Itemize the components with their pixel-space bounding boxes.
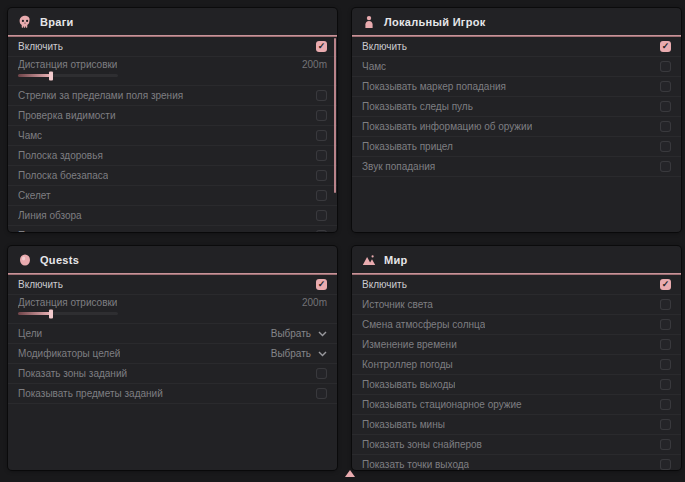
setting-row: Показывать следы пуль [352, 97, 681, 117]
setting-label: Включить [18, 41, 63, 52]
setting-row: Показать зоны заданий [8, 364, 337, 384]
mountain-icon [362, 253, 376, 267]
scrollbar[interactable] [334, 38, 336, 193]
panel-local-player: Локальный Игрок Включить✓ЧамсПоказывать … [352, 8, 681, 232]
checkbox[interactable] [660, 419, 671, 430]
panel-header[interactable]: Враги [8, 8, 337, 35]
slider-value: 200m [302, 59, 327, 70]
checkbox[interactable] [660, 121, 671, 132]
checkbox[interactable]: ✓ [316, 41, 327, 52]
checkbox[interactable] [316, 130, 327, 141]
setting-label: Модификаторы целей [18, 348, 120, 359]
slider-handle[interactable] [49, 71, 53, 80]
setting-row: Чамс [352, 57, 681, 77]
setting-row: Линия обзора [8, 206, 337, 226]
panel-header[interactable]: Quests [8, 246, 337, 273]
checkbox[interactable] [316, 230, 327, 232]
setting-row: Источник света [352, 295, 681, 315]
slider-fill [18, 312, 51, 315]
checkbox[interactable] [316, 150, 327, 161]
slider-row-header: Дистанция отрисовки200m [18, 297, 327, 308]
setting-row: Показывать предметы заданий [8, 384, 337, 404]
dropdown-value: Выбрать [271, 348, 311, 359]
slider-row-header: Дистанция отрисовки200m [18, 59, 327, 70]
checkbox[interactable]: ✓ [316, 279, 327, 290]
setting-label: Смена атмосферы солнца [362, 319, 485, 330]
setting-label: Показывать следы пуль [18, 230, 129, 232]
setting-row: Показывать выходы [352, 375, 681, 395]
setting-row: Показывать стационарное оружие [352, 395, 681, 415]
setting-label: Показывать прицел [362, 141, 453, 152]
setting-row: Показать зоны снайперов [352, 435, 681, 455]
setting-label: Контроллер погоды [362, 359, 453, 370]
setting-row: Смена атмосферы солнца [352, 315, 681, 335]
checkbox[interactable] [660, 399, 671, 410]
checkbox[interactable] [660, 299, 671, 310]
setting-row: Показывать информацию об оружии [352, 117, 681, 137]
setting-row: Включить✓ [352, 37, 681, 57]
panel-title: Локальный Игрок [384, 16, 486, 28]
panel-header[interactable]: Локальный Игрок [352, 8, 681, 35]
slider[interactable] [18, 312, 118, 315]
setting-label: Источник света [362, 299, 433, 310]
settings-list: Включить✓Дистанция отрисовки200mСтрелки … [8, 37, 337, 232]
setting-label: Включить [18, 279, 63, 290]
setting-label: Включить [362, 279, 407, 290]
setting-row: Скелет [8, 186, 337, 206]
resize-handle[interactable] [345, 470, 355, 477]
dropdown-value: Выбрать [271, 328, 311, 339]
checkbox[interactable] [660, 339, 671, 350]
slider-handle[interactable] [49, 309, 53, 318]
setting-label: Показывать мины [362, 419, 445, 430]
setting-row: Дистанция отрисовки200m [8, 295, 337, 324]
checkbox[interactable]: ✓ [660, 279, 671, 290]
checkbox[interactable] [660, 161, 671, 172]
setting-label: Стрелки за пределами поля зрения [18, 90, 183, 101]
settings-list: Включить✓ЧамсПоказывать маркер попадания… [352, 37, 681, 177]
checkbox[interactable] [660, 141, 671, 152]
setting-label: Чамс [18, 130, 42, 141]
checkbox[interactable] [316, 190, 327, 201]
slider-value: 200m [302, 297, 327, 308]
setting-row: Показывать прицел [352, 137, 681, 157]
panel-header[interactable]: Мир [352, 246, 681, 273]
slider[interactable] [18, 74, 118, 77]
setting-label: Показывать стационарное оружие [362, 399, 522, 410]
setting-label: Показывать следы пуль [362, 101, 473, 112]
checkbox[interactable]: ✓ [660, 41, 671, 52]
settings-grid: Враги Включить✓Дистанция отрисовки200mСт… [8, 8, 681, 470]
checkbox[interactable] [316, 90, 327, 101]
circle-icon [18, 253, 32, 267]
checkbox[interactable] [660, 459, 671, 470]
setting-row: Включить✓ [8, 37, 337, 57]
setting-row: Звук попадания [352, 157, 681, 177]
checkbox[interactable] [660, 101, 671, 112]
checkbox[interactable] [316, 388, 327, 399]
checkbox[interactable] [660, 359, 671, 370]
checkbox[interactable] [660, 319, 671, 330]
skull-icon [18, 15, 32, 29]
checkbox[interactable] [316, 368, 327, 379]
setting-row: Показывать маркер попадания [352, 77, 681, 97]
setting-row: Показывать мины [352, 415, 681, 435]
setting-row: Полоска здоровья [8, 146, 337, 166]
setting-label: Показывать выходы [362, 379, 455, 390]
setting-label: Скелет [18, 190, 51, 201]
dropdown[interactable]: Выбрать [271, 348, 327, 359]
setting-row: Чамс [8, 126, 337, 146]
panel-quests: Quests Включить✓Дистанция отрисовки200mЦ… [8, 246, 337, 470]
checkbox[interactable] [316, 170, 327, 181]
checkbox[interactable] [316, 110, 327, 121]
setting-row: Модификаторы целейВыбрать [8, 344, 337, 364]
setting-row: Проверка видимости [8, 106, 337, 126]
dropdown[interactable]: Выбрать [271, 328, 327, 339]
checkbox[interactable] [660, 81, 671, 92]
checkbox[interactable] [316, 210, 327, 221]
mod-menu: Враги Включить✓Дистанция отрисовки200mСт… [0, 0, 685, 482]
setting-label: Чамс [362, 61, 386, 72]
checkbox[interactable] [660, 439, 671, 450]
checkbox[interactable] [660, 61, 671, 72]
chevron-down-icon [318, 331, 327, 337]
checkbox[interactable] [660, 379, 671, 390]
panel-world: Мир Включить✓Источник светаСмена атмосфе… [352, 246, 681, 470]
